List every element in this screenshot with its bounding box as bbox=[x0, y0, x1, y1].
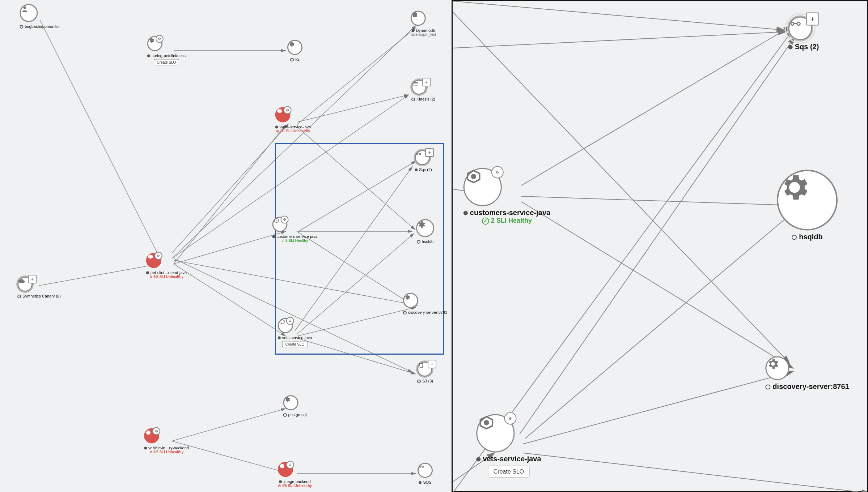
overview-map-panel[interactable]: bugbashappmonitor ⚙ spring-petclinic-ecs… bbox=[0, 0, 452, 492]
svg-line-16 bbox=[297, 231, 416, 307]
svg-point-32 bbox=[419, 466, 421, 467]
svg-point-24 bbox=[24, 7, 26, 9]
svg-line-13 bbox=[297, 127, 415, 230]
svg-line-45 bbox=[523, 453, 868, 492]
svg-line-43 bbox=[525, 213, 793, 438]
node-hsqldb[interactable]: hsqldb bbox=[416, 219, 434, 244]
svg-line-22 bbox=[172, 441, 289, 474]
kubernetes-icon bbox=[147, 254, 154, 261]
node-postgres[interactable]: postgresql bbox=[283, 395, 307, 417]
node-k2[interactable]: k2 bbox=[287, 40, 302, 61]
gear-badge-icon: ⚙ bbox=[280, 216, 288, 224]
svg-line-40 bbox=[521, 202, 793, 368]
gear-badge-icon: ⚙ bbox=[286, 317, 294, 325]
kubernetes-icon bbox=[273, 218, 280, 224]
node-canary[interactable]: + Synthetics Canary (6) bbox=[17, 277, 61, 298]
node-dynamo[interactable]: Dynamodb tabels/apm_test bbox=[411, 11, 436, 37]
svg-line-44 bbox=[523, 372, 793, 444]
gear-icon bbox=[417, 220, 426, 229]
detail-node-sqs[interactable]: + Sqs (2) bbox=[788, 17, 819, 51]
expand-icon[interactable]: + bbox=[28, 275, 37, 283]
node-kinesis[interactable]: + Kinesis (2) bbox=[411, 80, 435, 101]
detail-node-customers[interactable]: ⚙ customers-service-java ✓ 2 SLI Healthy bbox=[463, 168, 550, 225]
gear-badge-icon: ⚙ bbox=[156, 35, 164, 43]
svg-line-0 bbox=[40, 20, 159, 257]
svg-point-31 bbox=[280, 464, 284, 469]
svg-point-48 bbox=[797, 22, 800, 25]
kubernetes-icon bbox=[477, 415, 495, 433]
node-customers[interactable]: ⚙ customers-service-java ✓ 2 SLI Healthy bbox=[272, 217, 317, 243]
detail-node-vets[interactable]: ⚙ vets-service-java Create SLO bbox=[476, 414, 541, 478]
svg-line-9 bbox=[174, 258, 412, 372]
gear-badge-icon: ⚙ bbox=[286, 461, 294, 469]
expand-icon[interactable]: + bbox=[422, 78, 431, 86]
node-vets[interactable]: ⚙ vets-service-java Create SLO bbox=[278, 318, 312, 347]
stage: bugbashappmonitor ⚙ spring-petclinic-ecs… bbox=[0, 0, 868, 492]
gear-badge-icon: ⚙ bbox=[504, 412, 516, 425]
cloud-icon bbox=[18, 278, 25, 284]
svg-line-10 bbox=[174, 260, 418, 305]
svg-line-19 bbox=[295, 166, 412, 331]
svg-point-27 bbox=[416, 153, 418, 155]
node-sqs2[interactable]: SQS bbox=[418, 463, 433, 484]
node-spring[interactable]: ⚙ spring-petclinic-ecs Create SLO bbox=[147, 36, 186, 65]
svg-point-26 bbox=[413, 12, 417, 14]
create-slo-button[interactable]: Create SLO bbox=[488, 466, 529, 478]
gear-icon bbox=[284, 396, 291, 403]
expand-icon[interactable]: + bbox=[428, 360, 436, 368]
kubernetes-icon bbox=[279, 319, 285, 326]
svg-line-38 bbox=[521, 26, 791, 185]
svg-line-34 bbox=[453, 1, 784, 30]
svg-line-39 bbox=[521, 196, 791, 205]
detail-map-panel[interactable]: + Sqs (2) ⚙ customers-service-java ✓ 2 S… bbox=[452, 0, 868, 492]
user-icon bbox=[21, 5, 29, 13]
svg-point-50 bbox=[484, 421, 488, 424]
svg-line-17 bbox=[297, 307, 416, 336]
queue-icon bbox=[419, 464, 424, 470]
svg-point-49 bbox=[472, 175, 475, 178]
svg-line-18 bbox=[297, 233, 414, 334]
svg-line-3 bbox=[174, 125, 286, 264]
node-sqs[interactable]: + Sqs (2) bbox=[415, 150, 432, 172]
svg-point-28 bbox=[419, 153, 421, 155]
gear-badge-icon: ⚙ bbox=[152, 427, 160, 435]
expand-icon[interactable]: + bbox=[806, 13, 819, 26]
create-slo-button[interactable]: Create SLO bbox=[154, 59, 179, 65]
svg-point-30 bbox=[146, 431, 151, 435]
svg-line-5 bbox=[174, 264, 286, 336]
svg-line-11 bbox=[297, 95, 409, 122]
node-image[interactable]: ⚙ image-backend ⊘ 4/5 SLI Unhealthy bbox=[278, 462, 312, 488]
svg-point-33 bbox=[422, 466, 424, 467]
bucket-icon bbox=[418, 363, 424, 368]
database-icon bbox=[412, 12, 418, 18]
gear-icon bbox=[778, 171, 811, 204]
expand-icon[interactable]: + bbox=[425, 148, 434, 157]
service-icon bbox=[145, 429, 152, 436]
kubernetes-icon bbox=[276, 108, 283, 115]
gear-icon bbox=[766, 358, 779, 371]
node-vehicle[interactable]: ⚙ vehicle-in…ry-backend ⊘ 3/5 SLI Unheal… bbox=[144, 428, 189, 454]
svg-point-29 bbox=[276, 220, 277, 221]
gear-icon bbox=[288, 41, 295, 47]
node-s3[interactable]: + S3 (3) bbox=[417, 361, 433, 383]
svg-line-4 bbox=[174, 231, 286, 264]
node-discovery[interactable]: discovery-server:8761 bbox=[403, 293, 447, 315]
overview-edges bbox=[0, 0, 452, 492]
detail-node-discovery[interactable]: discovery-server:8761 bbox=[765, 356, 849, 391]
svg-line-21 bbox=[172, 408, 286, 441]
stream-icon bbox=[412, 81, 419, 87]
node-frontend[interactable]: ⚙ pet-clini…ntend-java ⊘ 4/5 SLI Unhealt… bbox=[146, 253, 187, 279]
gear-badge-icon: ⚙ bbox=[491, 166, 504, 179]
node-user[interactable]: bugbashappmonitor bbox=[20, 4, 60, 29]
service-icon bbox=[279, 463, 285, 470]
kubernetes-icon bbox=[465, 169, 483, 187]
svg-line-35 bbox=[453, 32, 786, 48]
node-visits[interactable]: ⚙ visits-service-java ⊘ 1/1 SLI Unhealth… bbox=[275, 107, 311, 133]
svg-line-12 bbox=[297, 27, 416, 125]
gear-badge-icon: ⚙ bbox=[154, 252, 162, 260]
queue-icon bbox=[416, 151, 422, 157]
gear-icon bbox=[404, 294, 411, 300]
create-slo-button[interactable]: Create SLO bbox=[282, 341, 308, 347]
svg-line-20 bbox=[297, 338, 416, 374]
detail-node-hsqldb[interactable]: hsqldb bbox=[777, 170, 838, 241]
